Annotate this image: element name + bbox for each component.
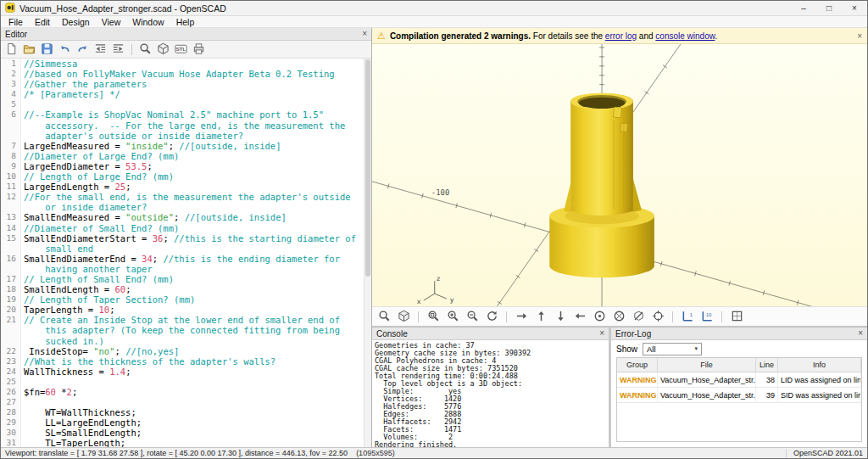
view-top-button[interactable]: [532, 308, 549, 325]
code-line[interactable]: 21// Create an Inside Stop at the lower …: [1, 315, 362, 345]
close-button[interactable]: ×: [842, 1, 867, 15]
column-header-file[interactable]: File: [658, 358, 756, 372]
orthogonal-view-button[interactable]: [728, 308, 745, 325]
console-window-link[interactable]: console window: [655, 31, 715, 41]
column-header-group[interactable]: Group: [617, 358, 658, 372]
save-button[interactable]: [39, 42, 55, 57]
preview-button[interactable]: [137, 42, 153, 57]
code-line[interactable]: 16SmallEndDiameterEnd = 34; //this is th…: [1, 254, 362, 274]
code-line[interactable]: 18SmallEndLength = 60;: [1, 284, 362, 294]
view-right-button[interactable]: [513, 308, 530, 325]
code-text[interactable]: // Create an Inside Stop at the lower en…: [24, 315, 362, 345]
code-line[interactable]: 9LargeEndDiameter = 53.5;: [1, 161, 362, 171]
view-left-button[interactable]: [571, 308, 588, 325]
menu-edit[interactable]: Edit: [29, 17, 56, 27]
code-text[interactable]: //based on FollyMaker Vacuum Hose Adapte…: [24, 69, 362, 79]
code-text[interactable]: // Length of Taper Section? (mm): [24, 294, 362, 305]
code-text[interactable]: LargeEndLength = 25;: [24, 182, 362, 192]
code-lines[interactable]: 1//Simmessa2//based on FollyMaker Vacuum…: [1, 59, 364, 447]
view-diagonal-button[interactable]: [630, 308, 647, 325]
export-stl-button[interactable]: STL: [173, 42, 189, 57]
open-file-button[interactable]: [21, 42, 37, 57]
show-scale-markers-button[interactable]: 10: [698, 308, 715, 325]
code-text[interactable]: SmallEndDiameterEnd = 34; //this is the …: [24, 254, 362, 274]
code-line[interactable]: 15SmallEndDiameterStart = 36; //this is …: [1, 233, 362, 254]
code-text[interactable]: TaperLength = 10;: [24, 305, 362, 315]
send-to-printer-button[interactable]: [191, 42, 207, 57]
viewport-canvas[interactable]: -100: [372, 44, 867, 306]
show-axes-button[interactable]: 1: [679, 308, 696, 325]
code-line[interactable]: 3//Gather the parameters: [1, 79, 362, 89]
unindent-button[interactable]: [92, 42, 108, 57]
menu-file[interactable]: File: [3, 17, 29, 27]
code-text[interactable]: SmallEndLength = 60;: [24, 284, 362, 294]
view-bottom-button[interactable]: [552, 308, 569, 325]
editor-scrollbar[interactable]: [364, 59, 371, 447]
maximize-button[interactable]: □: [816, 1, 842, 15]
code-line[interactable]: 23//What is the thickness of the adapter…: [1, 356, 362, 367]
redo-button[interactable]: [75, 42, 91, 57]
render-button[interactable]: [155, 42, 171, 57]
console-close-icon[interactable]: ×: [599, 329, 604, 338]
code-text[interactable]: //Diameter of Small End? (mm): [24, 223, 362, 233]
code-text[interactable]: // Length of Large End? (mm): [24, 171, 362, 182]
code-text[interactable]: SmallEndDiameterStart = 36; //this is th…: [24, 233, 362, 254]
undo-button[interactable]: [57, 42, 73, 57]
error-log-link[interactable]: error log: [605, 31, 637, 41]
scrollbar-thumb[interactable]: [365, 59, 370, 277]
code-line[interactable]: 19// Length of Taper Section? (mm): [1, 294, 362, 305]
code-line[interactable]: 14//Diameter of Small End? (mm): [1, 223, 362, 233]
editor-close-icon[interactable]: ×: [362, 30, 367, 38]
titlebar[interactable]: Vacuum_Hose_Adapter_stronger.scad - Open…: [1, 1, 867, 16]
view-front-button[interactable]: [591, 308, 608, 325]
code-text[interactable]: [24, 377, 362, 387]
code-line[interactable]: 4/* [Parameters] */: [1, 89, 362, 99]
severity-filter-select[interactable]: All ▾: [643, 343, 702, 355]
code-line[interactable]: 2//based on FollyMaker Vacuum Hose Adapt…: [1, 69, 362, 79]
banner-close-icon[interactable]: ×: [857, 31, 862, 41]
code-line[interactable]: 7LargeEndMeasured = "inside"; //[outside…: [1, 141, 362, 151]
indent-button[interactable]: [110, 42, 126, 57]
code-text[interactable]: [24, 397, 362, 407]
code-line[interactable]: 12//For the small end, is the measuremen…: [1, 192, 362, 212]
code-line[interactable]: 10// Length of Large End? (mm): [1, 171, 362, 182]
view-back-button[interactable]: [610, 308, 627, 325]
code-line[interactable]: 5: [1, 99, 362, 109]
error-log-close-icon[interactable]: ×: [858, 329, 863, 338]
error-log-row[interactable]: WARNINGVacuum_Hose_Adapter_str...38LID w…: [617, 372, 861, 388]
code-line[interactable]: 29 LL=LargeEndLength;: [1, 417, 362, 428]
code-text[interactable]: // Length of Small End? (mm): [24, 274, 362, 284]
menu-window[interactable]: Window: [126, 17, 170, 27]
view-center-button[interactable]: [649, 308, 666, 325]
zoom-out-button[interactable]: [464, 308, 481, 325]
column-header-line[interactable]: Line: [756, 358, 778, 372]
zoom-all-button[interactable]: [425, 308, 442, 325]
menu-view[interactable]: View: [96, 17, 127, 27]
code-line[interactable]: 26$fn=60 *2;: [1, 387, 362, 397]
code-line[interactable]: 24WallThickness = 1.4;: [1, 367, 362, 377]
code-text[interactable]: /* [Parameters] */: [24, 89, 362, 99]
code-text[interactable]: [24, 99, 362, 109]
code-text[interactable]: TL=TaperLength;: [24, 438, 362, 447]
zoom-in-button[interactable]: [444, 308, 461, 325]
code-text[interactable]: WallThickness = 1.4;: [24, 367, 362, 377]
preview-button[interactable]: [376, 308, 392, 325]
column-header-info[interactable]: Info: [778, 358, 861, 372]
code-text[interactable]: InsideStop= "no"; //[no,yes]: [24, 346, 362, 356]
code-text[interactable]: //Gather the parameters: [24, 79, 362, 89]
code-line[interactable]: 17// Length of Small End? (mm): [1, 274, 362, 284]
code-text[interactable]: //--Example is ShopVac Nominal 2.5" mach…: [24, 109, 362, 140]
reset-view-button[interactable]: [483, 308, 500, 325]
code-line[interactable]: 22 InsideStop= "no"; //[no,yes]: [1, 346, 362, 356]
code-line[interactable]: 20TaperLength = 10;: [1, 305, 362, 315]
code-line[interactable]: 31 TL=TaperLength;: [1, 438, 362, 447]
viewport-3d[interactable]: -100: [372, 44, 867, 306]
code-text[interactable]: $fn=60 *2;: [24, 387, 362, 397]
code-text[interactable]: //What is the thickness of the adapter's…: [24, 356, 362, 367]
code-text[interactable]: LargeEndMeasured = "inside"; //[outside,…: [24, 141, 362, 151]
menu-help[interactable]: Help: [170, 17, 201, 27]
code-text[interactable]: //Diameter of Large End? (mm): [24, 151, 362, 161]
code-text[interactable]: SmallEndMeasured = "outside"; //[outside…: [24, 212, 362, 222]
code-line[interactable]: 8//Diameter of Large End? (mm): [1, 151, 362, 161]
code-text[interactable]: //Simmessa: [24, 59, 362, 69]
